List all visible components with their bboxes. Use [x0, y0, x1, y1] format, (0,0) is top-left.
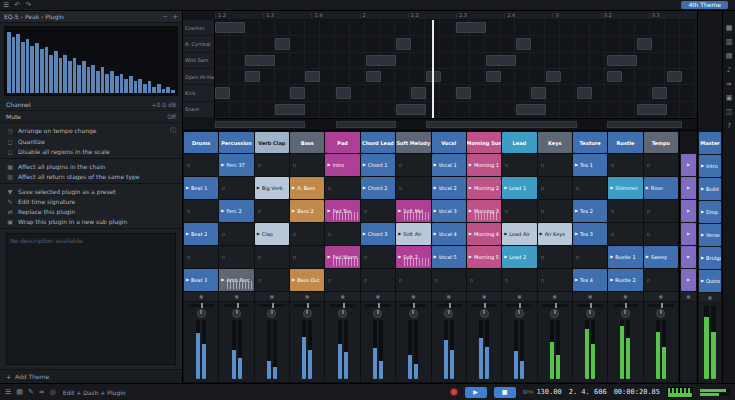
pan-slider[interactable] [188, 304, 214, 307]
drum-lane-label[interactable]: Snare [183, 102, 214, 118]
clip-slot[interactable] [184, 246, 218, 268]
clip-slot[interactable]: ▶Vocal 5 [432, 246, 466, 268]
inspector-field[interactable]: MuteOff [0, 111, 182, 123]
clip-play-icon[interactable]: ▶ [469, 186, 472, 190]
mixer-strip[interactable] [644, 302, 678, 382]
clip-play-icon[interactable]: ▶ [469, 209, 472, 213]
clip-slot[interactable]: ▶Soft 2 [396, 246, 430, 268]
drum-lane-label[interactable]: Wild Sam [183, 53, 214, 69]
volume-knob[interactable] [444, 309, 453, 318]
stop-all-clips-button[interactable]: ■ [681, 292, 696, 301]
track-stop-button[interactable]: ■ [467, 292, 501, 301]
clip-slot[interactable] [361, 269, 395, 291]
device-panel-icon[interactable]: ▣ [726, 95, 733, 102]
clip-slot[interactable] [538, 177, 572, 199]
edit-tools-icon[interactable]: ✎ [28, 389, 34, 396]
drum-lane-label[interactable]: Crasher [183, 20, 214, 36]
mixer-strip[interactable] [573, 302, 607, 382]
midi-note[interactable] [546, 71, 561, 82]
drum-lane[interactable] [215, 20, 697, 36]
clip-play-icon[interactable]: ▶ [221, 163, 224, 167]
clip-slot[interactable] [538, 154, 572, 176]
clip-slot[interactable]: ▶Big Verb [255, 177, 289, 199]
clip-play-icon[interactable]: ▶ [575, 232, 578, 236]
clip-slot[interactable]: ▶Bass Out [290, 269, 324, 291]
pan-slider[interactable] [542, 304, 568, 307]
midi-note[interactable] [667, 71, 682, 82]
clip-play-icon[interactable]: ▶ [186, 278, 189, 282]
clip-slot[interactable]: ▶Soft Air [396, 223, 430, 245]
clip-slot[interactable] [290, 223, 324, 245]
clip-slot[interactable]: ▶Clap [255, 223, 289, 245]
clip-slot[interactable] [325, 177, 359, 199]
drum-lane[interactable] [215, 53, 697, 69]
browser-panel-icon[interactable]: ◫ [726, 109, 733, 116]
mixer-view-icon[interactable]: ▥ [726, 39, 733, 46]
clip-play-icon[interactable]: ▶ [434, 186, 437, 190]
drum-lane-label[interactable]: Kick [183, 85, 214, 101]
inspector-field[interactable]: Channel+0.0 dB [0, 99, 182, 111]
audio-region[interactable] [336, 121, 396, 128]
track-stop-button[interactable]: ■ [255, 292, 289, 301]
midi-note[interactable] [607, 71, 622, 82]
automation-editor-icon[interactable]: ≈ [726, 81, 732, 88]
clip-slot[interactable]: ▶Morning 2 [467, 177, 501, 199]
clip-slot[interactable]: ▶Lead Air [502, 223, 536, 245]
clip-slot[interactable]: ▶Vocal 1 [432, 154, 466, 176]
drum-lane-label[interactable]: A. Cymbal [183, 36, 214, 52]
edit-view-icon[interactable]: ▤ [726, 53, 733, 60]
pan-slider[interactable] [436, 304, 462, 307]
clip-slot[interactable] [644, 154, 678, 176]
timeline-ruler[interactable]: 1.21.31.422.22.32.433.23.3 [215, 11, 697, 20]
audio-region[interactable] [426, 121, 577, 128]
volume-knob[interactable] [621, 309, 630, 318]
menu-item[interactable]: ▼Save selected plugin as a preset [0, 186, 182, 196]
clip-play-icon[interactable]: ▶ [469, 232, 472, 236]
clip-play-icon[interactable]: ▶ [469, 255, 472, 259]
clip-slot[interactable] [219, 177, 253, 199]
clip-slot[interactable]: ▶Pad Tex [325, 200, 359, 222]
track-stop-button[interactable]: ■ [219, 292, 253, 301]
volume-knob[interactable] [409, 309, 418, 318]
clip-slot[interactable] [325, 223, 359, 245]
clip-slot[interactable]: ▶Sweep [644, 246, 678, 268]
midi-note[interactable] [577, 87, 592, 98]
midi-note[interactable] [396, 104, 426, 115]
midi-note[interactable] [456, 87, 471, 98]
clip-slot[interactable]: ▶Vocal 2 [432, 177, 466, 199]
clip-play-icon[interactable]: ▶ [186, 232, 189, 236]
bpm-value[interactable]: 130.00 [536, 388, 561, 396]
track-stop-button[interactable]: ■ [325, 292, 359, 301]
clip-slot[interactable] [219, 246, 253, 268]
track-stop-button[interactable]: ■ [608, 292, 642, 301]
clip-slot[interactable]: ▶Lead 1 [502, 177, 536, 199]
menu-item[interactable]: ◻Disable all regions in the scale [0, 146, 182, 156]
clip-slot[interactable]: ▶Riser [644, 177, 678, 199]
clip-play-icon[interactable]: ▶ [363, 232, 366, 236]
audio-region[interactable] [215, 121, 305, 128]
clip-slot[interactable]: ▶Morning 5 [467, 246, 501, 268]
track-header[interactable]: Percussion [219, 132, 253, 153]
clip-play-icon[interactable]: ▶ [504, 186, 507, 190]
midi-note[interactable] [366, 71, 381, 82]
track-stop-button[interactable]: ■ [290, 292, 324, 301]
scene-launch-button[interactable]: ▶ [681, 246, 696, 268]
clip-slot[interactable] [538, 200, 572, 222]
midi-note[interactable] [531, 87, 546, 98]
master-clip[interactable]: ▶Drop [699, 201, 721, 223]
clip-play-icon[interactable]: ▶ [610, 255, 613, 259]
track-header[interactable]: Morning Sun [467, 132, 501, 153]
project-tab[interactable]: 4th Theme [681, 1, 728, 9]
clip-play-icon[interactable]: ▶ [398, 232, 401, 236]
clip-slot[interactable]: ▶Intro [325, 154, 359, 176]
collapse-icon[interactable]: − [162, 13, 168, 21]
clip-play-icon[interactable]: ▶ [646, 255, 649, 259]
midi-note[interactable] [486, 55, 516, 66]
add-theme-label[interactable]: Add Theme [15, 373, 49, 380]
pan-slider[interactable] [259, 304, 285, 307]
clip-slot[interactable] [361, 200, 395, 222]
scene-launch-button[interactable]: ▶ [681, 223, 696, 245]
track-header[interactable]: Keys [538, 132, 572, 153]
clip-slot[interactable]: ▶Vocal 3 [432, 200, 466, 222]
master-stop-button[interactable]: ■ [699, 293, 721, 302]
